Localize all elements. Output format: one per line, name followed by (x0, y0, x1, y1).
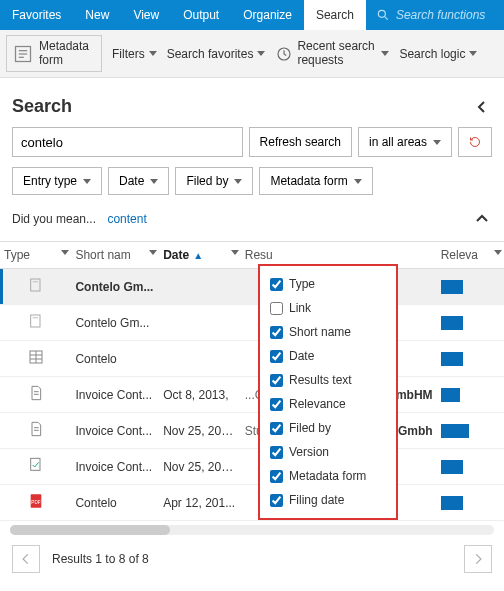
pager-text: Results 1 to 8 of 8 (40, 552, 464, 566)
search-icon (376, 8, 390, 22)
cell-relevance (437, 305, 504, 341)
doc-icon (28, 385, 44, 401)
svg-rect-19 (30, 458, 39, 470)
column-picker[interactable]: TypeLinkShort nameDateResults textReleva… (258, 264, 398, 520)
column-checkbox[interactable] (270, 446, 283, 459)
refresh-search-button[interactable]: Refresh search (249, 127, 352, 157)
column-checkbox[interactable] (270, 326, 283, 339)
scope-select[interactable]: in all areas (358, 127, 452, 157)
scrollbar-thumb[interactable] (10, 525, 170, 535)
cell-shortname: Invoice Cont... (71, 413, 159, 449)
filter-date[interactable]: Date (108, 167, 169, 195)
chevron-down-icon[interactable] (231, 250, 239, 255)
column-option-label: Filed by (289, 421, 331, 435)
dym-suggestion[interactable]: content (107, 212, 146, 226)
collapse-button[interactable] (472, 97, 492, 117)
menu-new[interactable]: New (73, 0, 121, 30)
col-relevance[interactable]: Releva (437, 242, 504, 269)
table-row[interactable]: Contelo Gm... (0, 305, 504, 341)
column-option[interactable]: Version (264, 440, 392, 464)
cell-date: Nov 25, 201... (159, 413, 241, 449)
svg-rect-7 (30, 279, 39, 291)
arrow-left-icon (19, 552, 33, 566)
svg-rect-8 (32, 281, 37, 282)
chevron-down-icon (381, 51, 389, 56)
collapse-results-button[interactable] (472, 209, 492, 229)
column-checkbox[interactable] (270, 302, 283, 315)
menu-organize[interactable]: Organize (231, 0, 304, 30)
svg-text:PDF: PDF (31, 500, 40, 505)
toolbar: Metadata form Filters Search favorites R… (0, 30, 504, 78)
col-shortname[interactable]: Short nam (71, 242, 159, 269)
column-option[interactable]: Type (264, 272, 392, 296)
col-type[interactable]: Type (0, 242, 71, 269)
table-row[interactable]: Invoice Cont...Nov 25, 201... (0, 449, 504, 485)
reload-icon (469, 134, 481, 150)
column-checkbox[interactable] (270, 374, 283, 387)
column-option[interactable]: Results text (264, 368, 392, 392)
column-checkbox[interactable] (270, 470, 283, 483)
col-date[interactable]: Date▲ (159, 242, 241, 269)
toolbar-metadata-form[interactable]: Metadata form (6, 35, 102, 71)
chevron-down-icon[interactable] (149, 250, 157, 255)
filter-filed-by[interactable]: Filed by (175, 167, 253, 195)
column-checkbox[interactable] (270, 350, 283, 363)
chevron-down-icon (150, 179, 158, 184)
chevron-down-icon (469, 51, 477, 56)
cell-relevance (437, 341, 504, 377)
column-option[interactable]: Short name (264, 320, 392, 344)
column-option-label: Filing date (289, 493, 344, 507)
prev-page-button[interactable] (12, 545, 40, 573)
table-row[interactable]: Invoice Cont...Nov 25, 201...Stuttgalo G… (0, 413, 504, 449)
table-row[interactable]: Contelo (0, 341, 504, 377)
menu-output[interactable]: Output (171, 0, 231, 30)
search-input[interactable] (12, 127, 243, 157)
horizontal-scrollbar[interactable] (10, 525, 494, 535)
chevron-down-icon[interactable] (61, 250, 69, 255)
column-option-label: Short name (289, 325, 351, 339)
reset-button[interactable] (458, 127, 492, 157)
col-short-label: Short nam (75, 248, 130, 262)
column-option[interactable]: Filed by (264, 416, 392, 440)
pager: Results 1 to 8 of 8 (0, 535, 504, 583)
search-functions[interactable]: Search functions (366, 8, 485, 22)
chevron-down-icon (149, 51, 157, 56)
doc-icon: PDF (28, 493, 44, 509)
toolbar-filters[interactable]: Filters (112, 47, 157, 61)
column-option-label: Relevance (289, 397, 346, 411)
menu-view[interactable]: View (121, 0, 171, 30)
column-option[interactable]: Relevance (264, 392, 392, 416)
doc-icon (28, 349, 44, 365)
results-table-wrap: Type Short nam Date▲ Resu Releva Contelo… (0, 241, 504, 521)
table-row[interactable]: Invoice Cont...Oct 8, 2013,...GmbHo GmbH… (0, 377, 504, 413)
page-title: Search (12, 96, 72, 117)
column-checkbox[interactable] (270, 422, 283, 435)
doc-icon (28, 457, 44, 473)
menu-search[interactable]: Search (304, 0, 366, 30)
filter-entry-type[interactable]: Entry type (12, 167, 102, 195)
table-row[interactable]: Contelo Gm... (0, 269, 504, 305)
cell-shortname: Contelo (71, 485, 159, 521)
cell-shortname: Invoice Cont... (71, 377, 159, 413)
sort-asc-icon: ▲ (193, 250, 203, 261)
toolbar-search-favorites[interactable]: Search favorites (167, 47, 266, 61)
filter-metadata-form[interactable]: Metadata form (259, 167, 372, 195)
column-option[interactable]: Link (264, 296, 392, 320)
menu-favorites[interactable]: Favorites (0, 0, 73, 30)
doc-icon (28, 277, 44, 293)
next-page-button[interactable] (464, 545, 492, 573)
column-option[interactable]: Metadata form (264, 464, 392, 488)
doc-icon (28, 421, 44, 437)
column-option[interactable]: Date (264, 344, 392, 368)
column-checkbox[interactable] (270, 494, 283, 507)
toolbar-metadata-label: Metadata form (39, 40, 95, 66)
column-option[interactable]: Filing date (264, 488, 392, 512)
column-option-label: Link (289, 301, 311, 315)
chevron-down-icon[interactable] (494, 250, 502, 255)
column-checkbox[interactable] (270, 278, 283, 291)
table-row[interactable]: PDFConteloApr 12, 201... (0, 485, 504, 521)
toolbar-recent[interactable]: Recent search requests (275, 40, 389, 66)
col-results-label: Resu (245, 248, 273, 262)
column-checkbox[interactable] (270, 398, 283, 411)
toolbar-search-logic[interactable]: Search logic (399, 47, 477, 61)
